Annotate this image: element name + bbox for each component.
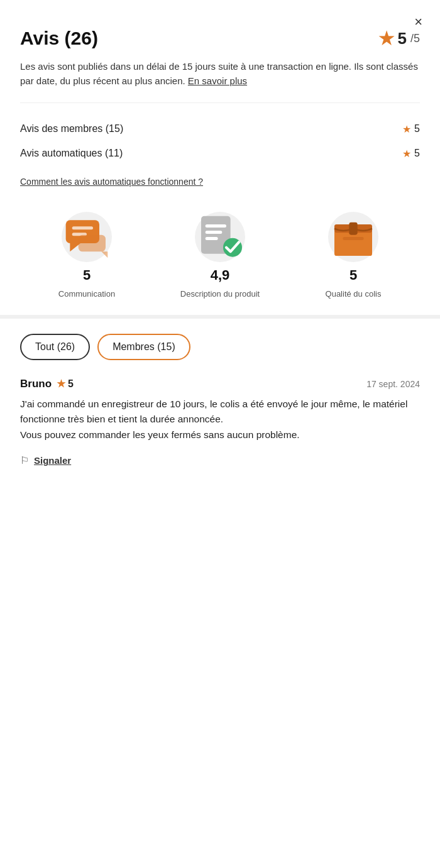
- section-divider: [0, 315, 440, 319]
- reviewer-name: Bruno: [20, 378, 52, 390]
- auto-rating-row: Avis automatiques (11) ★ 5: [20, 141, 420, 166]
- communication-value: 5: [83, 267, 91, 283]
- review-date: 17 sept. 2024: [366, 379, 420, 389]
- modal-container: × Avis (26) ★ 5/5 Les avis sont publiés …: [0, 0, 440, 868]
- divider-thin: [20, 102, 420, 103]
- rating-value: 5: [398, 29, 407, 48]
- description-text: Les avis sont publiés dans un délai de 1…: [20, 59, 420, 89]
- header-section: Avis (26) ★ 5/5 Les avis sont publiés da…: [20, 28, 420, 89]
- svg-rect-7: [206, 224, 226, 228]
- members-star-icon: ★: [402, 123, 411, 135]
- filter-all-button[interactable]: Tout (26): [20, 334, 90, 360]
- reviews-section: Bruno ★ 5 17 sept. 2024 J'ai commandé un…: [20, 378, 420, 481]
- svg-rect-2: [72, 226, 93, 229]
- svg-rect-9: [206, 237, 218, 240]
- description-label: Description du produit: [180, 288, 260, 300]
- metric-description: 4,9 Description du produit: [153, 212, 287, 300]
- quality-icon-circle: [328, 212, 378, 262]
- report-link[interactable]: Signaler: [34, 455, 71, 466]
- filter-members-button[interactable]: Membres (15): [97, 334, 190, 360]
- svg-rect-4: [79, 234, 106, 251]
- auto-rating-label: Avis automatiques (11): [20, 148, 123, 159]
- metric-quality: 5 Qualité du colis: [287, 212, 420, 300]
- review-rating: ★ 5: [57, 378, 74, 390]
- svg-rect-8: [206, 231, 223, 234]
- flag-icon: ⚐: [20, 454, 29, 466]
- svg-marker-5: [101, 251, 107, 258]
- rating-out-of: /5: [410, 32, 420, 45]
- ratings-list: Avis des membres (15) ★ 5 Avis automatiq…: [20, 117, 420, 166]
- filter-row: Tout (26) Membres (15): [20, 334, 420, 360]
- review-star-icon: ★: [57, 378, 65, 390]
- auto-star-icon: ★: [402, 148, 411, 160]
- auto-rating-score: ★ 5: [402, 148, 420, 160]
- review-header: Bruno ★ 5 17 sept. 2024: [20, 378, 420, 390]
- communication-label: Communication: [58, 288, 115, 300]
- review-text: J'ai commandé un enregistreur de 10 jour…: [20, 397, 420, 443]
- quality-value: 5: [349, 267, 357, 283]
- title-row: Avis (26) ★ 5/5: [20, 28, 420, 49]
- members-rating-row: Avis des membres (15) ★ 5: [20, 117, 420, 141]
- close-button[interactable]: ×: [414, 15, 422, 29]
- star-icon-large: ★: [378, 28, 394, 49]
- communication-icon-circle: [62, 212, 112, 262]
- members-rating-score: ★ 5: [402, 123, 420, 135]
- description-icon-circle: [195, 212, 245, 262]
- box-icon: [328, 212, 378, 262]
- quality-label: Qualité du colis: [326, 288, 382, 300]
- metric-communication: 5 Communication: [20, 212, 153, 300]
- review-card: Bruno ★ 5 17 sept. 2024 J'ai commandé un…: [20, 378, 420, 481]
- rating-badge: ★ 5/5: [378, 28, 420, 49]
- auto-info-link[interactable]: Comment les avis automatiques fonctionne…: [20, 177, 203, 187]
- reviewer-info: Bruno ★ 5: [20, 378, 74, 390]
- page-title: Avis (26): [20, 28, 98, 49]
- doc-icon: [195, 212, 245, 262]
- report-row: ⚐ Signaler: [20, 454, 420, 466]
- members-rating-label: Avis des membres (15): [20, 123, 123, 135]
- learn-more-link[interactable]: En savoir plus: [188, 75, 247, 86]
- svg-rect-14: [343, 237, 363, 240]
- description-value: 4,9: [211, 267, 230, 283]
- chat-icon: [62, 212, 112, 262]
- metrics-row: 5 Communication 4,9 Description du produ…: [20, 212, 420, 300]
